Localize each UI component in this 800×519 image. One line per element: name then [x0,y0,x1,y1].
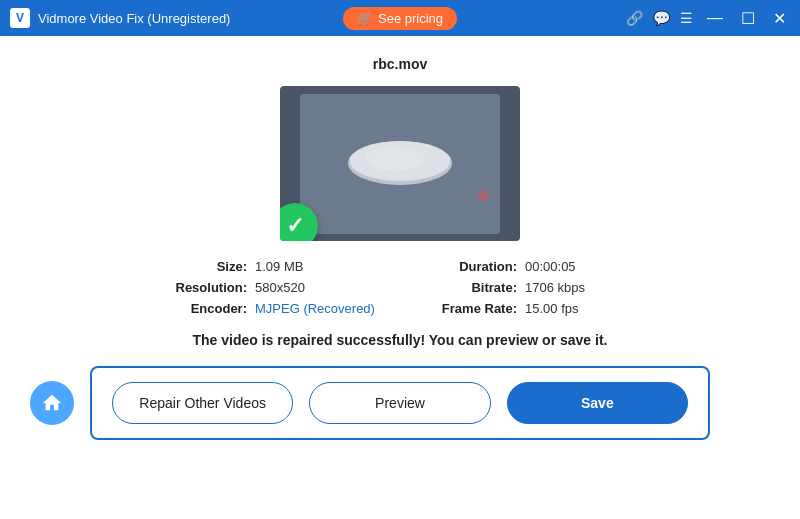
title-center-area: 🛒 See pricing [343,7,457,30]
action-bar: Repair Other Videos Preview Save [90,366,710,440]
bitrate-value: 1706 kbps [525,280,665,295]
maximize-button[interactable]: ☐ [737,9,759,28]
chat-icon[interactable]: 💬 [653,10,670,26]
video-content-shape [340,136,460,191]
save-button[interactable]: Save [507,382,688,424]
encoder-label: Encoder: [135,301,255,316]
home-button[interactable] [30,381,74,425]
pricing-label: See pricing [378,11,443,26]
title-left: V Vidmore Video Fix (Unregistered) [10,8,230,28]
key-icon[interactable]: 🔗 [626,10,643,26]
minimize-button[interactable]: — [703,9,727,27]
size-label: Size: [135,259,255,274]
duration-value: 00:00:05 [525,259,665,274]
title-bar: V Vidmore Video Fix (Unregistered) 🛒 See… [0,0,800,36]
video-filename: rbc.mov [373,56,427,72]
bitrate-label: Bitrate: [415,280,525,295]
preview-button[interactable]: Preview [309,382,490,424]
home-icon [41,392,63,414]
cart-icon: 🛒 [357,11,373,26]
resolution-label: Resolution: [135,280,255,295]
close-button[interactable]: ✕ [769,9,790,28]
app-icon-letter: V [16,11,24,25]
svg-point-2 [365,147,425,171]
see-pricing-button[interactable]: 🛒 See pricing [343,7,457,30]
cursor-indicator: ✛ [477,187,490,206]
app-title: Vidmore Video Fix (Unregistered) [38,11,230,26]
title-right: 🔗 💬 ☰ — ☐ ✕ [626,9,790,28]
framerate-value: 15.00 fps [525,301,665,316]
size-value: 1.09 MB [255,259,415,274]
main-content: rbc.mov ✓ ✛ Size: 1.09 MB Duration: 00:0… [0,36,800,519]
repair-other-videos-button[interactable]: Repair Other Videos [112,382,293,424]
video-info-table: Size: 1.09 MB Duration: 00:00:05 Resolut… [135,259,665,316]
encoder-value: MJPEG (Recovered) [255,301,415,316]
duration-label: Duration: [415,259,525,274]
video-preview-area [300,94,500,234]
framerate-label: Frame Rate: [415,301,525,316]
video-thumbnail: ✓ ✛ [280,86,520,241]
success-message: The video is repaired successfully! You … [193,332,608,348]
app-icon: V [10,8,30,28]
resolution-value: 580x520 [255,280,415,295]
action-buttons-row: Repair Other Videos Preview Save [112,382,688,424]
menu-icon[interactable]: ☰ [680,10,693,26]
